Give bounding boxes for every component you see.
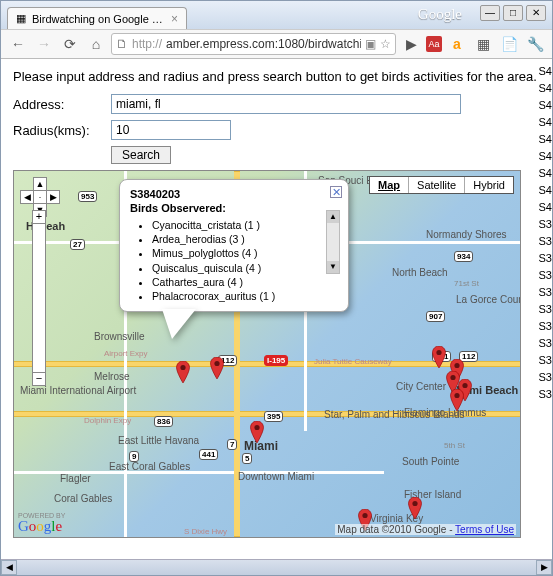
list-item: Quiscalus_quiscula (4 ) xyxy=(152,261,338,275)
road-seventy: 71st St xyxy=(454,279,479,288)
url-protocol: http:// xyxy=(132,37,162,51)
list-item[interactable]: S3 xyxy=(539,216,552,233)
list-item[interactable]: S3 xyxy=(539,369,552,386)
pan-right-button[interactable]: ▶ xyxy=(46,190,60,204)
minimize-button[interactable]: — xyxy=(480,5,500,21)
list-item: Cyanocitta_cristata (1 ) xyxy=(152,218,338,232)
list-item[interactable]: S4 xyxy=(539,199,552,216)
map-marker[interactable] xyxy=(432,346,446,368)
list-item[interactable]: S4 xyxy=(539,165,552,182)
list-item[interactable]: S3 xyxy=(539,335,552,352)
pan-center-button[interactable]: · xyxy=(33,190,47,204)
list-item: Mimus_polyglottos (4 ) xyxy=(152,246,338,260)
road-julia-tuttle: Julia Tuttle Causeway xyxy=(314,357,392,366)
list-item[interactable]: S4 xyxy=(539,182,552,199)
search-button[interactable]: Search xyxy=(111,146,171,164)
map-marker[interactable] xyxy=(210,357,224,379)
shield: 836 xyxy=(154,416,173,427)
google-logo: Google xyxy=(18,518,62,535)
scroll-left-button[interactable]: ◀ xyxy=(1,560,17,575)
close-window-button[interactable]: ✕ xyxy=(526,5,546,21)
pan-left-button[interactable]: ◀ xyxy=(20,190,34,204)
maximize-button[interactable]: □ xyxy=(503,5,523,21)
reload-button[interactable]: ⟳ xyxy=(59,33,81,55)
amazon-icon[interactable]: a xyxy=(446,33,468,55)
ext2-icon[interactable]: ▦ xyxy=(472,33,494,55)
forward-button[interactable]: → xyxy=(33,33,55,55)
label-normandy: Normandy Shores xyxy=(426,229,486,240)
window-controls: — □ ✕ xyxy=(480,5,546,21)
go-button[interactable]: ▶ xyxy=(400,33,422,55)
list-item[interactable]: S3 xyxy=(539,352,552,369)
label-east-coral: East Coral Gables xyxy=(109,461,165,472)
close-infowindow-icon[interactable]: ✕ xyxy=(330,186,342,198)
radius-label: Radius(kms): xyxy=(13,123,103,138)
url-input[interactable] xyxy=(166,37,361,51)
map-type-satellite[interactable]: Satellite xyxy=(409,177,465,193)
shield: 27 xyxy=(70,239,85,250)
pan-up-button[interactable]: ▲ xyxy=(33,177,47,191)
map-marker[interactable] xyxy=(408,497,422,519)
list-item[interactable]: S4 xyxy=(539,97,552,114)
zoom-slider[interactable]: + − xyxy=(32,223,46,373)
infowindow-scrollbar[interactable]: ▲ ▼ xyxy=(326,210,340,274)
page-menu-icon[interactable]: 📄 xyxy=(498,33,520,55)
shield: 934 xyxy=(454,251,473,262)
map[interactable]: Miami Miami Beach Hialeah North Beach Ci… xyxy=(13,170,521,538)
list-item: Ardea_herodias (3 ) xyxy=(152,232,338,246)
home-button[interactable]: ⌂ xyxy=(85,33,107,55)
page-content: Please input address and radius and pres… xyxy=(1,59,552,559)
terms-link[interactable]: Terms of Use xyxy=(455,524,514,535)
wrench-icon[interactable]: 🔧 xyxy=(524,33,546,55)
map-type-map[interactable]: Map xyxy=(370,177,409,193)
label-south-pointe: South Pointe xyxy=(402,456,459,467)
scroll-right-button[interactable]: ▶ xyxy=(536,560,552,575)
address-label: Address: xyxy=(13,97,103,112)
road-dolphin-expy: Dolphin Expy xyxy=(84,416,131,425)
list-item[interactable]: S4 xyxy=(539,63,552,80)
infowindow-tail xyxy=(162,309,196,339)
radius-row: Radius(kms): xyxy=(13,120,540,140)
list-item[interactable]: S4 xyxy=(539,114,552,131)
list-item[interactable]: S3 xyxy=(539,301,552,318)
scroll-up-icon[interactable]: ▲ xyxy=(327,211,339,223)
back-button[interactable]: ← xyxy=(7,33,29,55)
zoom-out-button[interactable]: − xyxy=(32,372,46,386)
shield: I-195 xyxy=(264,355,288,366)
scroll-down-icon[interactable]: ▼ xyxy=(327,261,339,273)
map-marker[interactable] xyxy=(250,421,264,443)
map-marker[interactable] xyxy=(450,389,464,411)
birds-list: Cyanocitta_cristata (1 ) Ardea_herodias … xyxy=(152,218,338,303)
shield: 953 xyxy=(78,191,97,202)
instruction-text: Please input address and radius and pres… xyxy=(13,69,540,84)
list-item[interactable]: S3 xyxy=(539,284,552,301)
list-item[interactable]: S3 xyxy=(539,250,552,267)
shield: 907 xyxy=(426,311,445,322)
close-tab-icon[interactable]: × xyxy=(171,12,178,26)
map-type-hybrid[interactable]: Hybrid xyxy=(465,177,513,193)
list-item[interactable]: S3 xyxy=(539,233,552,250)
label-la-gorce: La Gorce Country Club xyxy=(456,294,516,305)
road-fifth: 5th St xyxy=(444,441,465,450)
radius-input[interactable] xyxy=(111,120,231,140)
list-item[interactable]: S4 xyxy=(539,131,552,148)
list-item[interactable]: S3 xyxy=(539,318,552,335)
address-input[interactable] xyxy=(111,94,461,114)
browser-tab[interactable]: ▦ Birdwatching on Google Ma... × xyxy=(7,7,187,29)
horizontal-scrollbar[interactable]: ◀ ▶ xyxy=(1,559,552,575)
address-row: Address: xyxy=(13,94,540,114)
list-item[interactable]: S3 xyxy=(539,267,552,284)
rss-icon[interactable]: ▣ xyxy=(365,37,376,51)
road-airport-expy: Airport Expy xyxy=(104,349,148,358)
shield: 441 xyxy=(199,449,218,460)
bookmark-star-icon[interactable]: ☆ xyxy=(380,37,391,51)
list-item: Phalacrocorax_auritus (1 ) xyxy=(152,289,338,303)
list-item[interactable]: S4 xyxy=(539,148,552,165)
map-marker[interactable] xyxy=(176,361,190,383)
zoom-in-button[interactable]: + xyxy=(32,210,46,224)
list-item[interactable]: S3 xyxy=(539,386,552,403)
list-item[interactable]: S4 xyxy=(539,80,552,97)
url-bar[interactable]: 🗋 http:// ▣ ☆ xyxy=(111,33,396,55)
shield: 5 xyxy=(242,453,252,464)
extension-icon[interactable]: Aa xyxy=(426,36,442,52)
